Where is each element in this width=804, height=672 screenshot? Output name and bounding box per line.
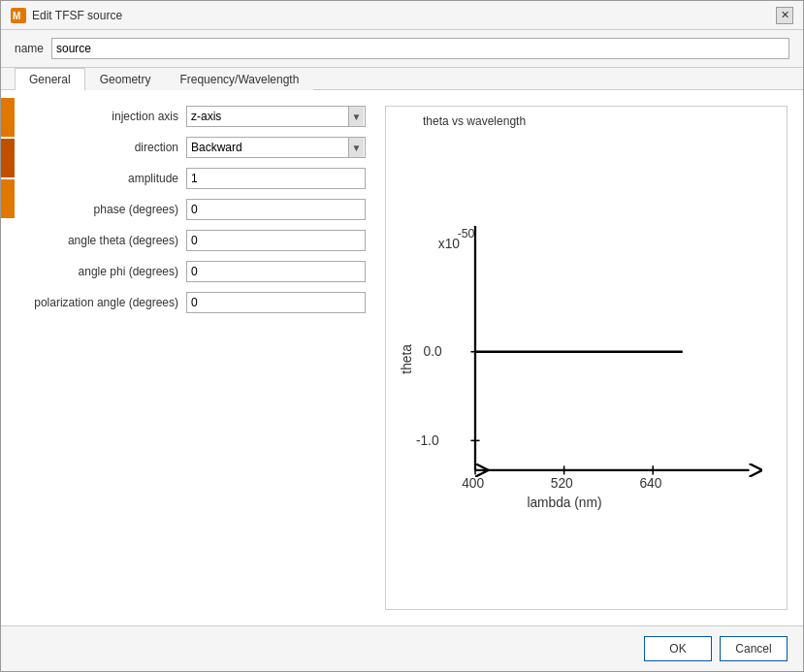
svg-text:theta: theta [400,344,414,374]
injection-axis-select[interactable]: x-axis y-axis z-axis [186,106,366,127]
angle-theta-row: angle theta (degrees) [16,230,366,251]
phase-input[interactable] [186,199,366,220]
direction-row: direction Forward Backward ▼ [16,137,366,158]
phase-label: phase (degrees) [16,203,186,216]
angle-theta-input[interactable] [186,230,366,251]
title-bar-left: M Edit TFSF source [11,8,122,23]
chart-panel: theta vs wavelength [385,106,788,610]
phase-row: phase (degrees) [16,199,366,220]
tab-frequency-wavelength[interactable]: Frequency/Wavelength [165,68,313,90]
chart-container: x10 -50 0.0 -1.0 400 520 [394,132,779,601]
direction-select[interactable]: Forward Backward [186,137,366,158]
svg-text:-1.0: -1.0 [416,433,439,448]
svg-text:0.0: 0.0 [424,344,442,359]
name-input[interactable] [51,38,789,59]
dialog: M Edit TFSF source ✕ name General Geomet… [0,0,804,672]
tab-general[interactable]: General [15,68,85,90]
tab-geometry[interactable]: Geometry [85,68,166,90]
direction-label: direction [16,141,186,154]
close-button[interactable]: ✕ [776,7,793,24]
svg-text:520: 520 [551,476,573,491]
left-bar-item [1,98,15,137]
name-row: name [1,30,803,68]
left-bar [1,1,15,671]
amplitude-label: amplitude [16,172,186,185]
polarization-angle-label: polarization angle (degrees) [16,296,186,309]
title-bar: M Edit TFSF source ✕ [1,1,803,30]
injection-axis-row: injection axis x-axis y-axis z-axis ▼ [16,106,366,127]
angle-phi-row: angle phi (degrees) [16,261,366,282]
amplitude-row: amplitude [16,168,366,189]
angle-phi-input[interactable] [186,261,366,282]
dialog-title: Edit TFSF source [32,9,122,22]
ok-button[interactable]: OK [644,636,712,661]
injection-axis-select-wrapper: x-axis y-axis z-axis ▼ [186,106,366,127]
svg-text:-50: -50 [458,227,475,240]
svg-text:400: 400 [462,476,484,491]
content-area: injection axis x-axis y-axis z-axis ▼ di… [1,90,803,625]
polarization-angle-input[interactable] [186,292,366,313]
amplitude-input[interactable] [186,168,366,189]
svg-text:lambda (nm): lambda (nm) [527,496,601,510]
chart-title: theta vs wavelength [394,114,526,128]
chart-svg: x10 -50 0.0 -1.0 400 520 [394,132,779,601]
footer-row: OK Cancel [1,625,803,671]
name-label: name [15,42,44,55]
left-bar-item [1,179,15,218]
injection-axis-label: injection axis [16,110,186,123]
angle-phi-label: angle phi (degrees) [16,265,186,278]
cancel-button[interactable]: Cancel [720,636,788,661]
tabs-row: General Geometry Frequency/Wavelength [1,68,803,90]
polarization-angle-row: polarization angle (degrees) [16,292,366,313]
left-bar-item [1,139,15,177]
direction-select-wrapper: Forward Backward ▼ [186,137,366,158]
form-panel: injection axis x-axis y-axis z-axis ▼ di… [16,106,366,610]
angle-theta-label: angle theta (degrees) [16,234,186,247]
svg-text:640: 640 [639,476,661,491]
